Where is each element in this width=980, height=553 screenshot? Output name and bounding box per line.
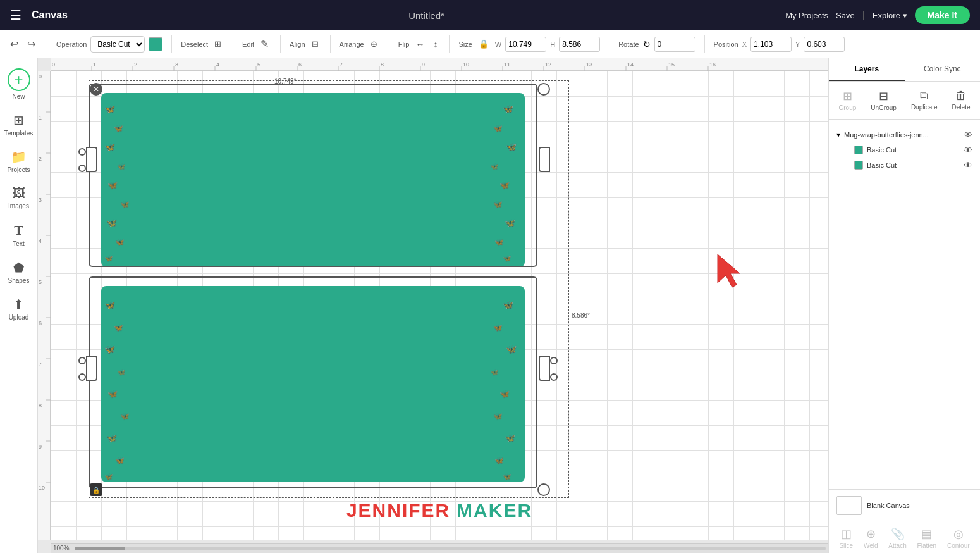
arrange-button[interactable]: ⊕ xyxy=(368,38,380,50)
explore-button[interactable]: Explore ▾ xyxy=(873,11,907,20)
right-panel: Layers Color Sync ⊞ Group ⊟ UnGroup ⧉ Du… xyxy=(828,58,980,553)
my-projects-link[interactable]: My Projects xyxy=(785,11,828,20)
redo-button[interactable]: ↪ xyxy=(25,37,38,51)
svg-text:🦋: 🦋 xyxy=(107,180,118,190)
images-label: Images xyxy=(8,202,29,209)
svg-text:12: 12 xyxy=(545,61,551,68)
sidebar-item-text[interactable]: T Text xyxy=(3,217,35,252)
layer-group-name: Mug-wrap-butterflies-jenn... xyxy=(844,131,960,139)
lock-aspect-button[interactable]: 🔒 xyxy=(476,38,491,50)
group-icon: ⊞ xyxy=(843,89,852,103)
topbar-right: My Projects Save | Explore ▾ Make It xyxy=(785,6,970,24)
hamburger-icon[interactable]: ☰ xyxy=(10,8,21,23)
mug-wrap-top[interactable]: 🦋 🦋 🦋 🦋 🦋 🦋 🦋 🦋 🦋 🦋 � xyxy=(101,93,525,267)
flatten-label: Flatten xyxy=(917,542,937,549)
separator-8 xyxy=(609,35,609,53)
sidebar-item-projects[interactable]: 📁 Projects xyxy=(3,144,35,178)
contour-button[interactable]: ◎ Contour xyxy=(947,527,970,549)
left-sidebar: + New ⊞ Templates 📁 Projects 🖼 Images T … xyxy=(0,58,38,553)
svg-marker-90 xyxy=(718,254,740,287)
pos-y-input[interactable] xyxy=(804,37,845,52)
save-button[interactable]: Save xyxy=(836,11,855,20)
canvas-grid[interactable]: 🦋 🦋 🦋 🦋 🦋 🦋 🦋 🦋 🦋 🦋 � xyxy=(51,71,828,540)
app-title: Canvas xyxy=(32,9,68,21)
edit-label: Edit xyxy=(242,40,254,48)
ungroup-button[interactable]: ⊟ UnGroup xyxy=(866,87,902,114)
group-button[interactable]: ⊞ Group xyxy=(834,87,862,114)
layer-0-eye-icon[interactable]: 👁 xyxy=(964,145,972,155)
svg-text:🦋: 🦋 xyxy=(120,199,130,209)
deselect-button[interactable]: ⊞ xyxy=(212,38,224,50)
canvas-area[interactable]: 0 1 2 3 4 5 6 7 8 9 10 xyxy=(38,58,828,553)
rotate-input[interactable] xyxy=(654,37,695,52)
flip-h-button[interactable]: ↔ xyxy=(413,38,427,51)
sidebar-item-new[interactable]: + New xyxy=(3,63,35,105)
duplicate-button[interactable]: ⧉ Duplicate xyxy=(906,87,943,114)
make-it-button[interactable]: Make It xyxy=(915,6,970,24)
position-label: Position xyxy=(714,40,738,48)
layer-1-eye-icon[interactable]: 👁 xyxy=(964,160,972,170)
height-input[interactable] xyxy=(559,37,600,52)
separator: | xyxy=(862,9,865,21)
svg-text:🦋: 🦋 xyxy=(117,162,126,171)
width-dimension: 10.749° xyxy=(272,77,299,85)
layer-item-0[interactable]: Basic Cut 👁 xyxy=(839,142,975,158)
sidebar-item-upload[interactable]: ⬆ Upload xyxy=(3,292,35,326)
svg-text:4: 4 xyxy=(39,238,42,244)
scroll-track[interactable] xyxy=(75,547,826,550)
svg-text:🦋: 🦋 xyxy=(115,237,125,247)
tab-color-sync[interactable]: Color Sync xyxy=(905,58,981,81)
toolbar: ↩ ↪ Operation Basic Cut Deselect ⊞ Edit … xyxy=(0,30,980,58)
sidebar-item-templates[interactable]: ⊞ Templates xyxy=(3,108,35,142)
duplicate-label: Duplicate xyxy=(911,104,938,111)
group-label: Group xyxy=(839,104,857,111)
operation-label: Operation xyxy=(56,40,87,48)
lock-handle[interactable]: 🔒 xyxy=(90,483,102,496)
svg-text:6: 6 xyxy=(298,61,302,68)
layer-0-name: Basic Cut xyxy=(867,146,960,154)
svg-text:0: 0 xyxy=(52,61,55,68)
flatten-button[interactable]: ▤ Flatten xyxy=(917,527,937,549)
operation-select[interactable]: Basic Cut xyxy=(90,36,145,53)
bottom-tools: ◫ Slice ⊕ Weld 📎 Attach ▤ Flatten ◎ C xyxy=(834,523,975,549)
svg-text:10: 10 xyxy=(39,485,45,491)
close-handle[interactable]: ✕ xyxy=(90,83,102,96)
pos-x-input[interactable] xyxy=(750,37,792,52)
edit-group: Edit ✎ xyxy=(242,37,271,51)
layer-item-1[interactable]: Basic Cut 👁 xyxy=(839,158,975,173)
color-swatch[interactable] xyxy=(149,37,162,51)
blank-canvas-item[interactable]: Blank Canvas xyxy=(834,494,975,518)
layers-list: ▾ Mug-wrap-butterflies-jenn... 👁 Basic C… xyxy=(829,120,980,489)
undo-button[interactable]: ↩ xyxy=(8,37,21,51)
attach-button[interactable]: 📎 Attach xyxy=(888,527,906,549)
mug-wrap-bottom[interactable]: 🦋 🦋 🦋 🦋 🦋 🦋 🦋 🦋 🦋 🦋 � xyxy=(101,286,525,482)
horizontal-scrollbar[interactable]: 100% xyxy=(51,543,828,553)
projects-icon: 📁 xyxy=(11,149,27,165)
scroll-thumb[interactable] xyxy=(75,547,125,550)
svg-text:🦋: 🦋 xyxy=(506,142,517,152)
sidebar-item-images[interactable]: 🖼 Images xyxy=(3,181,35,214)
svg-text:🦋: 🦋 xyxy=(104,472,113,481)
resize-handle[interactable] xyxy=(537,483,550,496)
separator-3 xyxy=(233,35,233,53)
layer-group-eye-icon[interactable]: 👁 xyxy=(964,130,972,140)
weld-button[interactable]: ⊕ Weld xyxy=(864,527,878,549)
delete-button[interactable]: 🗑 Delete xyxy=(947,87,976,114)
edit-button[interactable]: ✎ xyxy=(258,37,271,51)
slice-button[interactable]: ◫ Slice xyxy=(839,527,853,549)
align-button[interactable]: ⊟ xyxy=(309,38,321,50)
separator-5 xyxy=(330,35,331,53)
layer-0-swatch xyxy=(854,146,863,154)
flip-v-button[interactable]: ↕ xyxy=(431,38,440,51)
new-icon[interactable]: + xyxy=(8,68,30,91)
width-input[interactable] xyxy=(505,37,546,52)
rotate-handle[interactable] xyxy=(537,83,550,96)
tab-layers[interactable]: Layers xyxy=(829,58,905,81)
layer-group-header[interactable]: ▾ Mug-wrap-butterflies-jenn... 👁 xyxy=(834,127,975,142)
svg-text:5: 5 xyxy=(39,279,42,285)
size-group: Size 🔒 W H xyxy=(458,37,600,52)
canvas-color-swatch[interactable] xyxy=(836,496,862,515)
sidebar-item-shapes[interactable]: ⬟ Shapes xyxy=(3,255,35,289)
separator-1 xyxy=(47,35,47,53)
svg-text:5: 5 xyxy=(257,61,260,68)
